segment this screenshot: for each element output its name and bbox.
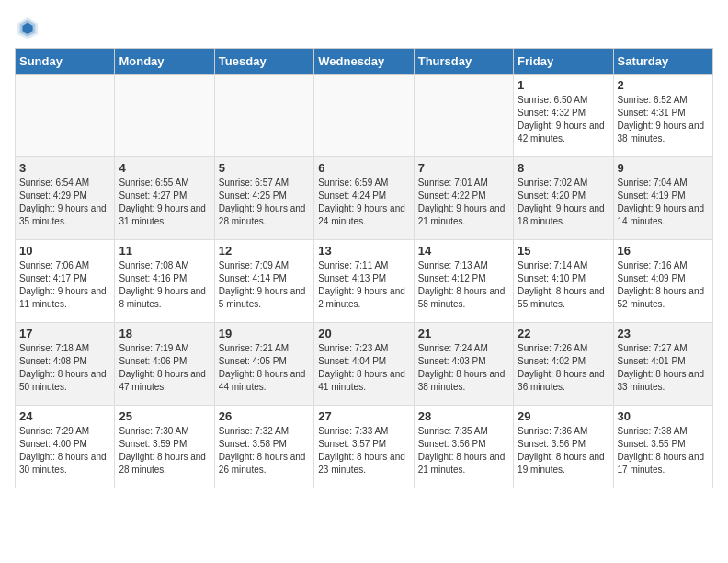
day-info: Sunrise: 7:06 AM Sunset: 4:17 PM Dayligh… [19,259,110,311]
day-number: 11 [119,244,210,258]
day-number: 21 [418,327,509,340]
day-number: 13 [318,244,409,258]
calendar-cell: 6Sunrise: 6:59 AM Sunset: 4:24 PM Daylig… [314,157,414,240]
day-info: Sunrise: 7:38 AM Sunset: 3:55 PM Dayligh… [618,425,709,477]
calendar-cell: 3Sunrise: 6:54 AM Sunset: 4:29 PM Daylig… [16,157,115,240]
calendar-cell: 25Sunrise: 7:30 AM Sunset: 3:59 PM Dayli… [115,406,214,488]
day-number: 5 [219,161,310,175]
calendar-cell: 11Sunrise: 7:08 AM Sunset: 4:16 PM Dayli… [115,240,214,323]
calendar-cell: 5Sunrise: 6:57 AM Sunset: 4:25 PM Daylig… [214,157,313,240]
day-info: Sunrise: 6:59 AM Sunset: 4:24 PM Dayligh… [318,177,409,228]
day-number: 2 [618,78,709,92]
day-number: 25 [119,409,210,423]
day-number: 30 [618,409,709,423]
day-info: Sunrise: 7:36 AM Sunset: 3:56 PM Dayligh… [518,425,609,477]
calendar-cell [16,75,115,157]
calendar-cell: 12Sunrise: 7:09 AM Sunset: 4:14 PM Dayli… [214,240,313,323]
calendar-cell: 16Sunrise: 7:16 AM Sunset: 4:09 PM Dayli… [613,240,712,323]
day-number: 3 [19,161,110,175]
calendar-cell [214,75,313,157]
calendar-cell: 17Sunrise: 7:18 AM Sunset: 4:08 PM Dayli… [16,323,115,406]
day-info: Sunrise: 7:30 AM Sunset: 3:59 PM Dayligh… [119,425,210,477]
day-info: Sunrise: 7:24 AM Sunset: 4:03 PM Dayligh… [418,342,509,394]
calendar-header-saturday: Saturday [613,49,712,75]
calendar-cell: 26Sunrise: 7:32 AM Sunset: 3:58 PM Dayli… [214,406,313,488]
day-info: Sunrise: 7:09 AM Sunset: 4:14 PM Dayligh… [219,259,310,311]
day-number: 24 [19,409,110,423]
calendar-header-monday: Monday [115,49,214,75]
day-number: 6 [318,161,409,175]
calendar-cell: 28Sunrise: 7:35 AM Sunset: 3:56 PM Dayli… [414,406,513,488]
calendar-cell: 30Sunrise: 7:38 AM Sunset: 3:55 PM Dayli… [613,406,712,488]
day-number: 22 [518,327,609,340]
day-number: 14 [418,244,509,258]
day-info: Sunrise: 6:54 AM Sunset: 4:29 PM Dayligh… [19,177,110,228]
logo [15,15,44,40]
day-info: Sunrise: 7:14 AM Sunset: 4:10 PM Dayligh… [518,259,609,311]
calendar-week-row: 24Sunrise: 7:29 AM Sunset: 4:00 PM Dayli… [16,406,713,488]
day-number: 16 [618,244,709,258]
day-number: 4 [119,161,210,175]
calendar-cell: 18Sunrise: 7:19 AM Sunset: 4:06 PM Dayli… [115,323,214,406]
calendar-cell: 2Sunrise: 6:52 AM Sunset: 4:31 PM Daylig… [613,75,712,157]
page-header [15,15,713,40]
day-info: Sunrise: 6:52 AM Sunset: 4:31 PM Dayligh… [618,94,709,145]
calendar-week-row: 1Sunrise: 6:50 AM Sunset: 4:32 PM Daylig… [16,75,713,157]
day-info: Sunrise: 7:16 AM Sunset: 4:09 PM Dayligh… [618,259,709,311]
calendar-week-row: 3Sunrise: 6:54 AM Sunset: 4:29 PM Daylig… [16,157,713,240]
calendar-cell: 4Sunrise: 6:55 AM Sunset: 4:27 PM Daylig… [115,157,214,240]
day-info: Sunrise: 6:55 AM Sunset: 4:27 PM Dayligh… [119,177,210,228]
calendar-cell: 23Sunrise: 7:27 AM Sunset: 4:01 PM Dayli… [613,323,712,406]
calendar-cell: 15Sunrise: 7:14 AM Sunset: 4:10 PM Dayli… [514,240,613,323]
calendar-cell: 21Sunrise: 7:24 AM Sunset: 4:03 PM Dayli… [414,323,513,406]
day-number: 29 [518,409,609,423]
day-info: Sunrise: 7:35 AM Sunset: 3:56 PM Dayligh… [418,425,509,477]
day-info: Sunrise: 7:26 AM Sunset: 4:02 PM Dayligh… [518,342,609,394]
day-number: 15 [518,244,609,258]
calendar-header-sunday: Sunday [16,49,115,75]
calendar-cell: 24Sunrise: 7:29 AM Sunset: 4:00 PM Dayli… [16,406,115,488]
calendar-table: SundayMondayTuesdayWednesdayThursdayFrid… [15,48,713,488]
day-number: 8 [518,161,609,175]
day-number: 20 [318,327,409,340]
day-number: 12 [219,244,310,258]
calendar-header-thursday: Thursday [414,49,513,75]
day-info: Sunrise: 7:21 AM Sunset: 4:05 PM Dayligh… [219,342,310,394]
calendar-week-row: 17Sunrise: 7:18 AM Sunset: 4:08 PM Dayli… [16,323,713,406]
day-info: Sunrise: 7:27 AM Sunset: 4:01 PM Dayligh… [618,342,709,394]
day-number: 1 [518,78,609,92]
day-info: Sunrise: 7:29 AM Sunset: 4:00 PM Dayligh… [19,425,110,477]
day-info: Sunrise: 7:32 AM Sunset: 3:58 PM Dayligh… [219,425,310,477]
day-info: Sunrise: 7:01 AM Sunset: 4:22 PM Dayligh… [418,177,509,228]
calendar-week-row: 10Sunrise: 7:06 AM Sunset: 4:17 PM Dayli… [16,240,713,323]
calendar-cell: 1Sunrise: 6:50 AM Sunset: 4:32 PM Daylig… [514,75,613,157]
calendar-cell: 9Sunrise: 7:04 AM Sunset: 4:19 PM Daylig… [613,157,712,240]
day-info: Sunrise: 7:13 AM Sunset: 4:12 PM Dayligh… [418,259,509,311]
day-info: Sunrise: 7:02 AM Sunset: 4:20 PM Dayligh… [518,177,609,228]
day-number: 9 [618,161,709,175]
calendar-cell: 10Sunrise: 7:06 AM Sunset: 4:17 PM Dayli… [16,240,115,323]
logo-icon [15,15,40,40]
calendar-cell: 8Sunrise: 7:02 AM Sunset: 4:20 PM Daylig… [514,157,613,240]
calendar-cell: 19Sunrise: 7:21 AM Sunset: 4:05 PM Dayli… [214,323,313,406]
day-number: 7 [418,161,509,175]
calendar-cell [314,75,414,157]
day-number: 17 [19,327,110,340]
day-number: 28 [418,409,509,423]
calendar-header-row: SundayMondayTuesdayWednesdayThursdayFrid… [16,49,713,75]
day-number: 26 [219,409,310,423]
calendar-cell: 27Sunrise: 7:33 AM Sunset: 3:57 PM Dayli… [314,406,414,488]
calendar-header-tuesday: Tuesday [214,49,313,75]
day-info: Sunrise: 7:11 AM Sunset: 4:13 PM Dayligh… [318,259,409,311]
calendar-cell: 29Sunrise: 7:36 AM Sunset: 3:56 PM Dayli… [514,406,613,488]
calendar-cell [414,75,513,157]
day-info: Sunrise: 7:04 AM Sunset: 4:19 PM Dayligh… [618,177,709,228]
day-info: Sunrise: 7:08 AM Sunset: 4:16 PM Dayligh… [119,259,210,311]
day-number: 23 [618,327,709,340]
day-number: 10 [19,244,110,258]
day-info: Sunrise: 7:18 AM Sunset: 4:08 PM Dayligh… [19,342,110,394]
calendar-header-wednesday: Wednesday [314,49,414,75]
calendar-cell: 7Sunrise: 7:01 AM Sunset: 4:22 PM Daylig… [414,157,513,240]
day-number: 18 [119,327,210,340]
day-number: 19 [219,327,310,340]
